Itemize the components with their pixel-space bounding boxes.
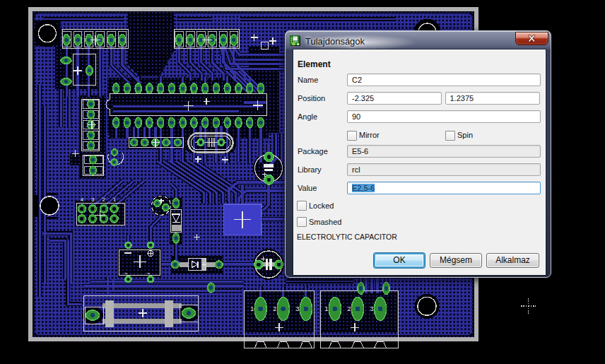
svg-text:1: 1 xyxy=(113,196,117,203)
svg-text:4: 4 xyxy=(81,196,84,203)
svg-text:2: 2 xyxy=(102,196,105,203)
svg-text:2: 2 xyxy=(273,305,276,312)
svg-text:1: 1 xyxy=(324,305,328,312)
svg-text:3: 3 xyxy=(370,305,374,312)
svg-text:2: 2 xyxy=(347,305,351,312)
svg-text:3: 3 xyxy=(91,196,95,203)
svg-text:3: 3 xyxy=(295,305,299,312)
svg-text:1: 1 xyxy=(250,305,254,312)
